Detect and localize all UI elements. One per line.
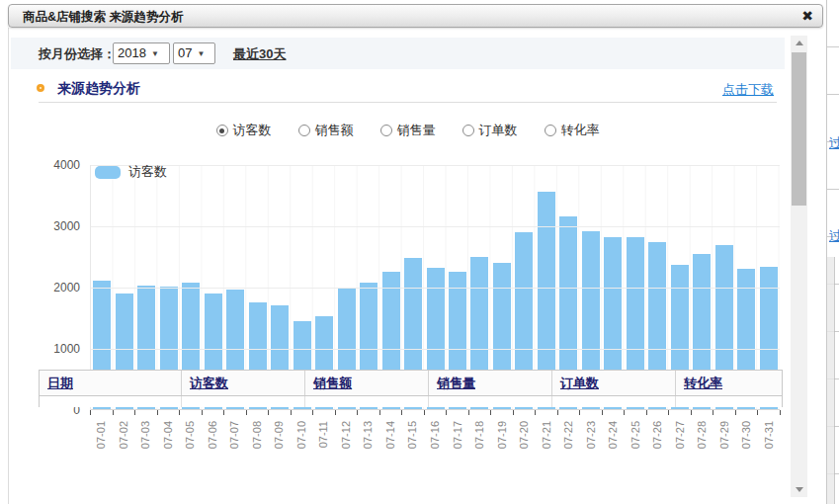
scroll-up-button[interactable] xyxy=(791,36,807,50)
x-axis-tick xyxy=(424,410,425,415)
x-axis-label: 07-24 xyxy=(606,421,620,464)
metric-option-2[interactable]: 销售量 xyxy=(380,122,436,139)
x-axis-tick xyxy=(691,410,692,415)
scrollbar-thumb[interactable] xyxy=(792,52,806,206)
x-axis-label: 07-05 xyxy=(183,421,197,464)
x-axis-tick xyxy=(379,410,380,415)
x-axis-tick xyxy=(335,410,336,415)
table-cell xyxy=(305,396,429,407)
column-header-label: 销售额 xyxy=(313,376,352,390)
x-axis-label: 07-25 xyxy=(629,421,642,464)
x-axis-label: 07-23 xyxy=(584,421,598,464)
column-header-label: 销售量 xyxy=(437,376,475,390)
x-axis-tick xyxy=(735,410,736,415)
metric-option-0[interactable]: 访客数 xyxy=(216,122,272,139)
dialog-scrollbar[interactable] xyxy=(791,36,807,497)
gridline xyxy=(91,226,780,227)
dialog-title: 商品&店铺搜索 来源趋势分析 xyxy=(23,9,184,26)
chart-legend: 访客数 xyxy=(95,163,167,181)
metric-option-label: 转化率 xyxy=(561,122,600,139)
gridline xyxy=(91,349,780,350)
chart-x-axis-labels: 07-0107-0207-0307-0407-0507-0607-0707-08… xyxy=(90,416,780,475)
metric-option-label: 销售量 xyxy=(397,122,436,139)
radio-icon[interactable] xyxy=(298,125,310,136)
background-page-table: 过 过 xyxy=(826,0,839,504)
background-link-fragment[interactable]: 过 xyxy=(829,227,839,243)
column-header-label: 访客数 xyxy=(190,376,228,390)
trend-chart: 访客数 01000200030004000 07-0107-0207-0307-… xyxy=(39,152,790,478)
x-axis-label: 07-19 xyxy=(495,421,509,464)
background-link-fragment[interactable]: 过 xyxy=(829,134,839,150)
metric-option-3[interactable]: 订单数 xyxy=(462,122,518,139)
x-axis-label: 07-14 xyxy=(383,421,397,464)
x-axis-label: 07-20 xyxy=(517,421,531,464)
x-axis-tick xyxy=(291,410,292,415)
metric-option-4[interactable]: 转化率 xyxy=(545,122,600,139)
x-axis-tick xyxy=(713,410,713,415)
x-axis-label: 07-26 xyxy=(650,421,664,464)
background-cells xyxy=(827,257,835,504)
radio-icon[interactable] xyxy=(462,125,474,136)
section-divider xyxy=(39,102,777,103)
x-axis-tick xyxy=(490,410,491,415)
x-axis-tick xyxy=(468,410,469,415)
x-axis-tick xyxy=(134,410,135,415)
table-cell xyxy=(40,396,182,407)
x-axis-label: 07-02 xyxy=(117,421,130,464)
month-select[interactable]: 07▼ xyxy=(173,42,215,64)
x-axis-label: 07-21 xyxy=(540,421,553,464)
close-icon[interactable]: ✖ xyxy=(801,8,813,25)
radio-selected-icon[interactable] xyxy=(216,125,228,136)
x-axis-tick xyxy=(446,410,447,415)
metric-option-label: 访客数 xyxy=(233,122,272,139)
column-header-3[interactable]: 销售量 xyxy=(429,371,552,395)
radio-icon[interactable] xyxy=(545,125,556,136)
x-axis-tick xyxy=(513,410,514,415)
chevron-down-icon: ▼ xyxy=(151,49,159,58)
dialog-titlebar[interactable]: 商品&店铺搜索 来源趋势分析 ✖ xyxy=(8,4,823,28)
column-header-0[interactable]: 日期 xyxy=(40,371,182,395)
metric-radio-group: 访客数销售额销售量订单数转化率 xyxy=(39,121,777,140)
x-axis-label: 07-18 xyxy=(472,421,486,464)
year-select[interactable]: 2018▼ xyxy=(113,42,170,64)
metric-option-label: 销售额 xyxy=(315,122,354,139)
table-cell xyxy=(676,396,782,407)
dialog-body: 按月份选择： 2018▼ 07▼ 最近30天 来源趋势分析 点击下载 访客数销售… xyxy=(8,28,808,504)
x-axis-label: 07-31 xyxy=(762,421,776,464)
arrow-up-icon xyxy=(796,41,803,45)
table-cell xyxy=(182,396,305,407)
x-axis-label: 07-09 xyxy=(272,421,286,464)
x-axis-label: 07-15 xyxy=(405,421,419,464)
detail-table: 日期访客数销售额销售量订单数转化率 xyxy=(39,370,783,407)
x-axis-tick xyxy=(557,410,558,415)
recent-30-days-link[interactable]: 最近30天 xyxy=(233,45,286,63)
metric-option-1[interactable]: 销售额 xyxy=(298,122,354,139)
x-axis-label: 07-08 xyxy=(250,421,264,464)
section-title: 来源趋势分析 xyxy=(57,80,140,98)
x-axis-label: 07-13 xyxy=(361,421,375,464)
column-header-4[interactable]: 订单数 xyxy=(552,371,676,395)
x-axis-tick xyxy=(90,410,91,415)
column-header-2[interactable]: 销售额 xyxy=(305,371,429,395)
radio-icon[interactable] xyxy=(380,125,392,136)
y-axis-tick-label: 4000 xyxy=(39,158,80,172)
month-filter-row: 按月份选择： 2018▼ 07▼ 最近30天 xyxy=(11,38,785,69)
chevron-down-icon: ▼ xyxy=(197,49,205,58)
download-link[interactable]: 点击下载 xyxy=(722,81,774,99)
trend-analysis-dialog: 商品&店铺搜索 来源趋势分析 ✖ 按月份选择： 2018▼ 07▼ 最近30天 … xyxy=(8,4,823,504)
column-header-5[interactable]: 转化率 xyxy=(676,371,782,395)
year-select-value: 2018 xyxy=(118,45,146,60)
x-axis-label: 07-07 xyxy=(227,421,241,464)
legend-swatch-icon xyxy=(95,166,121,179)
x-axis-tick xyxy=(157,410,158,415)
x-axis-tick xyxy=(268,410,269,415)
scroll-down-button[interactable] xyxy=(791,482,807,497)
table-cell xyxy=(429,396,552,407)
table-cell xyxy=(552,396,676,407)
month-filter-label: 按月份选择： xyxy=(39,45,116,63)
x-axis-label: 07-04 xyxy=(161,421,175,464)
y-axis-tick-label: 1000 xyxy=(39,342,80,356)
x-axis-label: 07-28 xyxy=(695,421,709,464)
column-header-1[interactable]: 访客数 xyxy=(182,371,305,395)
x-axis-label: 07-11 xyxy=(316,421,330,464)
